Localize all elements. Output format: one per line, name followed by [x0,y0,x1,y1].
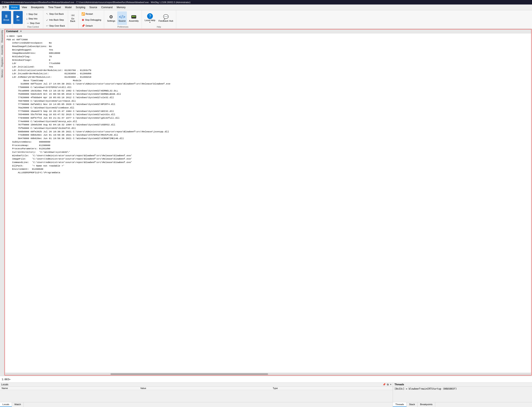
menu-time-travel[interactable]: Time Travel [46,5,63,10]
go-back-icon: ⏮ [71,13,75,17]
threads-content: [0x33c] = blowbeef!mainCRTStartup (00b50… [393,387,532,402]
step-into-back-icon: ↙ [46,18,48,22]
step-out-button[interactable]: ↑ Step Out [25,12,41,16]
play-icon: ▶ [16,14,20,19]
step-into-back-button[interactable]: ↙ Into Back Step [45,17,65,23]
help-icon: ? [147,13,153,19]
help-group: ? Local Help ▼ 💬 Feedback Hub Help [142,10,176,28]
end-group: 🔁 Restart ⏹ Stop Debugging 📌 Detach End [79,10,104,28]
break-button[interactable]: ⏸ Break [2,11,11,24]
tab-watch[interactable]: Watch [12,402,24,407]
command-output[interactable]: 1:003> !peb PEB at 00f72000 InheritedAdd… [5,33,531,373]
col-value: Value [139,387,271,390]
menu-source[interactable]: Source [87,5,99,10]
sidebar-registers[interactable]: Registers [0,56,4,68]
menu-model[interactable]: Model [63,5,74,10]
sidebar-disassembly[interactable]: Disassembly [0,29,4,44]
reverse-flow-group: ↖ Step Out Back ↙ Into Back Step ↩ Step … [43,10,68,28]
dropdown-arrow: ▼ [149,22,151,23]
menu-bar: 文件 Home View Breakpoints Time Travel Mod… [0,5,532,10]
menu-breakpoints[interactable]: Breakpoints [29,5,46,10]
command-prompt: 1:003> [2,378,10,381]
col-type: Type [271,387,393,390]
step-out-back-button[interactable]: ↖ Step Out Back [45,11,65,17]
step-over-button[interactable]: → Step Over [25,21,41,25]
stop-icon: ⏹ [81,18,84,22]
locals-pin-button[interactable]: 📌 [383,383,386,386]
step-over-back-button[interactable]: ↩ Step Over Back [45,23,66,29]
step-over-icon: → [26,22,29,25]
locals-popout-button[interactable]: ⧉ [387,383,389,386]
go-back-group: ⏮ Go Back [68,10,79,28]
settings-icon: ⚙ [109,14,113,20]
sidebar-assembly[interactable]: Assembly [0,44,4,56]
go-button[interactable]: ▶ Go [13,11,23,24]
horizontal-scrollbar[interactable] [5,373,531,375]
locals-panel: Locals 📌 ⧉ × Name Value Type Locals [0,383,393,407]
source-toolbar-button[interactable]: </> Source [117,11,127,25]
locals-title: Locals [1,383,8,386]
flow-control-group: ⏸ Break ▶ Go ↑ Step Out ↓ Step Into → St… [0,10,43,28]
col-name: Name [0,387,139,390]
menu-file[interactable]: 文件 [0,5,9,10]
command-panel: Command × 1:003> !peb PEB at 00f72000 In… [5,29,532,376]
menu-scripting[interactable]: Scripting [74,5,87,10]
detach-button[interactable]: 📌 Detach [80,23,94,29]
step-into-icon: ↓ [26,17,28,20]
tab-breakpoints[interactable]: Breakpoints [418,402,435,407]
menu-memory[interactable]: Memory [115,5,127,10]
step-out-icon: ↑ [26,12,28,16]
source-icon: </> [119,14,126,20]
threads-header: Threads [393,383,532,387]
tab-locals[interactable]: Locals [0,402,12,407]
assembly-icon: 📟 [131,14,136,20]
go-back-button[interactable]: ⏮ Go Back [68,11,78,24]
menu-view[interactable]: View [20,5,29,10]
command-title-bar: Command × [5,30,531,33]
feedback-icon: 💬 [163,14,169,20]
bottom-area: Locals 📌 ⧉ × Name Value Type Locals [0,383,532,407]
restart-icon: 🔁 [81,12,85,16]
step-out-back-icon: ↖ [46,12,48,16]
detach-icon: 📌 [81,24,85,27]
menu-command[interactable]: Command [99,5,115,10]
help-group-label: Help [143,25,175,28]
locals-tabs: Locals Watch [0,402,393,407]
feedback-hub-button[interactable]: 💬 Feedback Hub [157,11,175,25]
restart-button[interactable]: 🔁 Restart [80,11,94,17]
tab-stack[interactable]: Stack [406,402,418,407]
locals-header: Locals 📌 ⧉ × [0,383,393,387]
title-bar: C:\Users\Administrator\source\repos\Blow… [0,0,532,5]
local-help-button[interactable]: ? Local Help ▼ [143,11,157,25]
preferences-group: ⚙ Settings </> Source 📟 Assembly Prefere… [104,10,142,28]
assembly-button[interactable]: 📟 Assembly [128,11,140,25]
scrollbar-thumb[interactable] [111,373,268,375]
pause-icon: ⏸ [4,14,8,19]
command-input-bar: 1:003> [0,376,532,383]
sidebar-memory[interactable]: Memory [0,68,4,79]
stop-debugging-button[interactable]: ⏹ Stop Debugging [80,17,103,23]
locals-close-button[interactable]: × [390,383,391,386]
threads-tabs: Threads Stack Breakpoints [393,402,532,407]
scrollbar-track [5,373,531,375]
command-close-button[interactable]: × [20,30,22,33]
step-into-button[interactable]: ↓ Step Into [25,16,41,21]
toolbar: ⏸ Break ▶ Go ↑ Step Out ↓ Step Into → St… [0,10,532,29]
title-text: C:\Users\Administrator\source\repos\Blow… [2,1,191,3]
locals-header-actions: 📌 ⧉ × [383,383,391,386]
step-over-back-icon: ↩ [46,24,48,27]
command-tab[interactable]: Command [6,30,18,33]
preferences-label: Preferences [106,25,140,28]
threads-panel: Threads [0x33c] = blowbeef!mainCRTStartu… [393,383,532,407]
flow-control-label: Flow Control [25,25,41,28]
locals-table: Name Value Type [0,387,393,402]
tab-threads[interactable]: Threads [393,402,406,407]
menu-home[interactable]: Home [9,5,20,10]
settings-button[interactable]: ⚙ Settings [106,11,116,25]
command-input[interactable] [11,378,530,381]
main-area: Disassembly Assembly Registers Memory Co… [0,29,532,376]
